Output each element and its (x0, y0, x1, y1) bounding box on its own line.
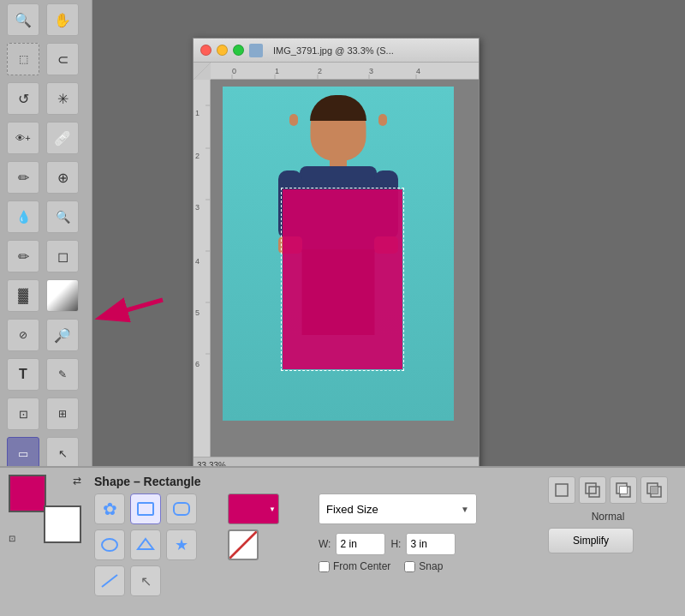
blend-new-layer-btn[interactable] (548, 476, 575, 504)
tool-gradient2[interactable] (46, 279, 79, 312)
polygon-btn[interactable] (130, 529, 161, 560)
dropdown-area: Fixed Size ▼ (319, 493, 477, 524)
svg-text:3: 3 (369, 67, 373, 75)
simplify-label: Simplify (573, 535, 609, 547)
svg-text:1: 1 (195, 109, 200, 117)
canvas-area[interactable] (211, 80, 479, 457)
tool-eraser[interactable]: ◻ (46, 240, 79, 272)
custom-shape-btn[interactable]: ✿ (94, 493, 125, 524)
tool-hand[interactable]: ✋ (46, 3, 79, 36)
snap-checkbox[interactable] (404, 561, 415, 572)
tool-zoom[interactable]: 🔎 (46, 319, 79, 351)
tool-pencil[interactable]: ✏ (7, 240, 39, 272)
svg-text:6: 6 (195, 360, 200, 368)
minimize-button[interactable] (217, 45, 228, 56)
swap-colors-icon[interactable]: ⇄ (73, 475, 81, 487)
ruler-horizontal: 0 1 2 3 4 (211, 63, 479, 80)
tool-stamp[interactable]: ⊕ (46, 161, 79, 194)
tool-marquee[interactable]: ⬚ (7, 43, 39, 75)
svg-point-29 (102, 539, 117, 551)
shape-tools-row3: ↖ (94, 565, 161, 596)
color-picker-area: ▼ (228, 493, 279, 524)
tool-lasso[interactable]: ⊂ (46, 43, 79, 75)
snap-label: Snap (419, 560, 443, 572)
reset-colors-icon[interactable]: ⊡ (9, 534, 15, 543)
height-label: H: (390, 538, 401, 550)
rounded-rect-btn[interactable] (166, 493, 197, 524)
svg-marker-30 (138, 539, 153, 549)
tool-selection[interactable]: ↖ (46, 437, 79, 469)
simplify-button[interactable]: Simplify (548, 528, 634, 553)
close-button[interactable] (200, 45, 211, 56)
photo-canvas (223, 87, 454, 421)
ruler-corner (194, 63, 211, 80)
tool-gradient[interactable]: ▓ (7, 279, 39, 312)
shape-tool-label: Shape – Rectangle (94, 475, 201, 488)
tool-heal[interactable]: 🩹 (46, 122, 79, 154)
tool-crop[interactable]: ⊡ (7, 398, 39, 430)
from-center-checkbox-label[interactable]: From Center (319, 560, 390, 572)
tool-color-drop[interactable]: ⊘ (7, 319, 39, 351)
svg-rect-28 (174, 503, 189, 515)
shape-rectangle[interactable] (283, 189, 402, 369)
blend-subtract-btn[interactable] (610, 476, 637, 504)
tool-brush[interactable]: ✏ (7, 161, 39, 194)
pointer-tool-btn[interactable]: ↖ (130, 565, 161, 596)
ruler-vertical: 1 2 3 4 5 6 (194, 80, 211, 474)
dropdown-label: Fixed Size (326, 503, 378, 516)
foreground-color[interactable] (9, 475, 46, 512)
tool-dropper[interactable]: 💧 (7, 200, 39, 233)
file-icon (249, 44, 263, 57)
svg-text:4: 4 (195, 257, 200, 266)
svg-line-2 (194, 63, 211, 80)
shape-tools-row1: ✿ (94, 493, 197, 524)
line-tool-btn[interactable] (94, 565, 125, 596)
tool-transform[interactable]: ⊞ (46, 398, 79, 430)
svg-rect-41 (651, 487, 658, 493)
no-fill-box[interactable] (228, 529, 259, 560)
color-dropdown-arrow: ▼ (269, 505, 276, 513)
window-titlebar: IMG_3791.jpg @ 33.3% (S... (194, 39, 479, 63)
svg-rect-38 (620, 487, 627, 493)
blend-mode-area: Normal Simplify (548, 476, 668, 553)
blend-add-btn[interactable] (579, 476, 606, 504)
tool-magic-wand[interactable]: ✳ (46, 82, 79, 115)
height-input[interactable] (406, 533, 456, 555)
svg-text:2: 2 (195, 152, 200, 160)
width-label: W: (319, 538, 331, 550)
window-title: IMG_3791.jpg @ 33.3% (S... (273, 45, 394, 56)
blend-buttons (548, 476, 668, 504)
dropdown-arrow-icon: ▼ (461, 505, 469, 514)
tool-paint[interactable]: ✎ (46, 358, 79, 391)
svg-text:4: 4 (416, 67, 420, 75)
color-swatches: ⇄ ⊡ (9, 475, 81, 543)
star-btn[interactable]: ★ (166, 529, 197, 560)
tool-eyedropper[interactable]: 👁+ (7, 122, 39, 154)
ellipse-btn[interactable] (94, 529, 125, 560)
width-input[interactable] (336, 533, 385, 555)
svg-line-32 (229, 531, 257, 559)
background-color[interactable] (44, 505, 81, 543)
canvas-window: IMG_3791.jpg @ 33.3% (S... 0 1 2 3 4 (193, 38, 480, 475)
from-center-checkbox[interactable] (319, 561, 330, 572)
svg-line-31 (102, 575, 117, 587)
color-picker-box[interactable]: ▼ (228, 493, 279, 524)
checkbox-area: From Center Snap (319, 560, 443, 572)
tool-lasso2[interactable]: ↺ (7, 82, 39, 115)
svg-rect-34 (586, 483, 596, 493)
blend-intersect-btn[interactable] (640, 476, 668, 504)
svg-text:2: 2 (318, 67, 322, 75)
svg-text:0: 0 (232, 67, 236, 75)
size-mode-dropdown[interactable]: Fixed Size ▼ (319, 493, 477, 524)
tool-shape[interactable]: ▭ (7, 437, 39, 469)
shape-tools-row2: ★ (94, 529, 197, 560)
wh-inputs: W: H: (319, 533, 456, 555)
svg-line-1 (103, 300, 163, 317)
left-toolbar: 🔍 ✋ ⬚ ⊂ ↺ ✳ 👁+ 🩹 ✏ ⊕ 💧 🔍 ✏ ◻ ▓ ⊘ 🔎 T ✎ ⊡… (0, 0, 92, 467)
tool-move[interactable]: 🔍 (7, 3, 39, 36)
maximize-button[interactable] (233, 45, 244, 56)
snap-checkbox-label[interactable]: Snap (404, 560, 443, 572)
tool-blur[interactable]: 🔍 (46, 200, 79, 233)
tool-type[interactable]: T (7, 358, 39, 391)
rectangle-shape-btn[interactable] (130, 493, 161, 524)
